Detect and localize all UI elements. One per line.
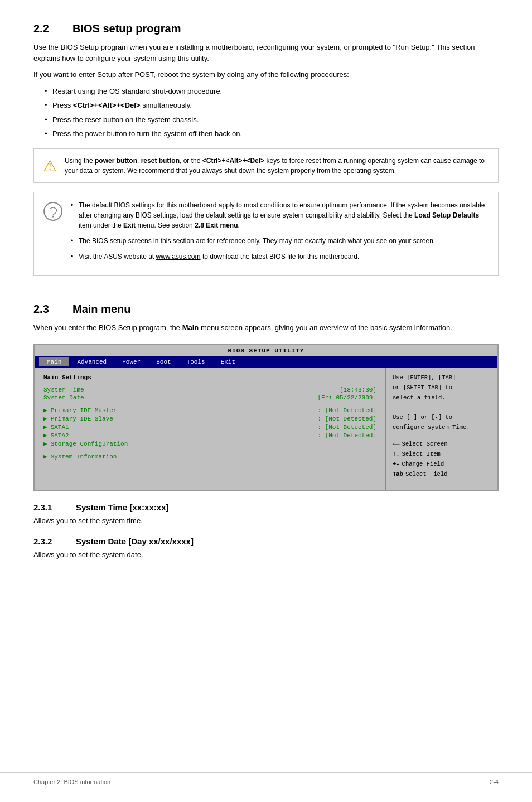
section-22-number: 2.2	[33, 22, 61, 35]
bios-key-screen-label: Select Screen	[402, 439, 448, 450]
bios-left-panel: Main Settings System Time [18:43:30] Sys…	[35, 368, 386, 490]
bullet-4: Press the power button to turn the syste…	[45, 128, 499, 139]
bullet-3: Press the reset button on the system cha…	[45, 114, 499, 125]
svg-point-1	[52, 215, 54, 217]
section-232-number: 2.3.2	[33, 537, 67, 546]
bios-key-field-label: Change Field	[402, 460, 444, 470]
section-23-intro: When you enter the BIOS Setup program, t…	[33, 322, 499, 334]
bios-key-tab-label: Select Field	[405, 470, 448, 480]
footer-left: Chapter 2: BIOS information	[33, 779, 110, 785]
section-231-heading: 2.3.1 System Time [xx:xx:xx]	[33, 503, 499, 512]
bios-menu-boot[interactable]: Boot	[148, 357, 178, 366]
bios-ide-master-value: : [Not Detected]	[317, 407, 376, 414]
warning-box: ⚠ Using the power button, reset button, …	[33, 148, 499, 183]
bios-sata2-value: : [Not Detected]	[317, 432, 376, 439]
section-231-number: 2.3.1	[33, 503, 67, 512]
bios-menu-exit[interactable]: Exit	[213, 357, 243, 366]
bios-system-info-label: System Information	[51, 453, 117, 460]
bios-sata2-row: ▶ SATA2 : [Not Detected]	[43, 432, 376, 439]
bios-menu-power[interactable]: Power	[114, 357, 148, 366]
bios-key-screen: ←→ Select Screen	[393, 439, 491, 450]
bios-key-tab: Tab Select Field	[393, 470, 491, 480]
bios-key-legend: ←→ Select Screen ↑↓ Select Item +- Chang…	[393, 439, 491, 479]
section-232-desc: Allows you to set the system date.	[33, 549, 499, 561]
bios-right-panel: Use [ENTER], [TAB] or [SHIFT-TAB] to sel…	[386, 368, 497, 490]
section-divider	[33, 289, 499, 289]
bios-screenshot: BIOS SETUP UTILITY Main Advanced Power B…	[33, 344, 499, 491]
bios-ide-master-label: Primary IDE Master	[51, 407, 117, 414]
footer-right: 2-4	[490, 779, 499, 785]
bios-system-date-label: System Date	[43, 394, 84, 401]
svg-point-0	[44, 202, 62, 220]
bullet-2: Press <Ctrl>+<Alt>+<Del> simultaneously.	[45, 100, 499, 111]
bios-menu-tools[interactable]: Tools	[179, 357, 213, 366]
note-2: The BIOS setup screens in this section a…	[71, 236, 489, 246]
asus-link[interactable]: www.asus.com	[156, 253, 201, 260]
bios-menu-advanced[interactable]: Advanced	[69, 357, 114, 366]
bios-system-info-row: ▶ System Information	[43, 453, 376, 460]
bios-ide-master-row: ▶ Primary IDE Master : [Not Detected]	[43, 407, 376, 414]
bios-ide-slave-row: ▶ Primary IDE Slave : [Not Detected]	[43, 415, 376, 422]
bios-system-time-row: System Time [18:43:30]	[43, 386, 376, 393]
bios-ide-slave-label: Primary IDE Slave	[51, 416, 113, 422]
section-22-intro1: Use the BIOS Setup program when you are …	[33, 42, 499, 64]
section-231-title: System Time [xx:xx:xx]	[76, 503, 168, 512]
bios-title: BIOS SETUP UTILITY	[35, 345, 497, 356]
section-22-intro2: If you want to enter Setup after POST, r…	[33, 69, 499, 80]
bios-help-text1: Use [ENTER], [TAB] or [SHIFT-TAB] to sel…	[393, 373, 491, 433]
section-232-title: System Date [Day xx/xx/xxxx]	[76, 537, 194, 546]
bullet-1: Restart using the OS standard shut-down …	[45, 86, 499, 97]
bios-storage-config-label: Storage Configuration	[51, 441, 128, 447]
note-3: Visit the ASUS website at www.asus.com t…	[71, 252, 489, 262]
note-1: The default BIOS settings for this mothe…	[71, 200, 489, 230]
bios-key-field: +- Change Field	[393, 460, 491, 470]
bios-sata1-row: ▶ SATA1 : [Not Detected]	[43, 423, 376, 431]
warning-text: Using the power button, reset button, or…	[65, 156, 489, 176]
section-23-title: Main menu	[72, 303, 130, 316]
bios-key-item: ↑↓ Select Item	[393, 450, 491, 460]
section-231-desc: Allows you to set the system time.	[33, 515, 499, 526]
section-232-heading: 2.3.2 System Date [Day xx/xx/xxxx]	[33, 537, 499, 546]
bios-system-time-label: System Time	[43, 386, 84, 393]
bios-menubar: Main Advanced Power Boot Tools Exit	[35, 356, 497, 368]
note-box: The default BIOS settings for this mothe…	[33, 192, 499, 276]
bios-body: Main Settings System Time [18:43:30] Sys…	[35, 368, 497, 490]
section-22-bullets: Restart using the OS standard shut-down …	[45, 86, 499, 139]
bios-key-item-label: Select Item	[402, 450, 441, 460]
page-footer: Chapter 2: BIOS information 2-4	[0, 772, 532, 791]
section-23: 2.3 Main menu When you enter the BIOS Se…	[33, 303, 499, 561]
section-23-number: 2.3	[33, 303, 61, 316]
bios-sata1-label: SATA1	[51, 424, 69, 431]
bios-section-label: Main Settings	[43, 374, 376, 381]
section-22: 2.2 BIOS setup program Use the BIOS Setu…	[33, 22, 499, 276]
bios-system-time-value: [18:43:30]	[340, 386, 376, 393]
bios-storage-config-row: ▶ Storage Configuration	[43, 440, 376, 447]
section-22-title: BIOS setup program	[72, 22, 181, 35]
bios-menu-main[interactable]: Main	[39, 357, 69, 366]
bios-system-date-row: System Date [Fri 05/22/2009]	[43, 394, 376, 401]
note-icon	[43, 201, 63, 225]
bios-system-date-value: [Fri 05/22/2009]	[317, 394, 376, 401]
warning-icon: ⚠	[43, 157, 57, 175]
bios-ide-slave-value: : [Not Detected]	[317, 416, 376, 422]
bios-sata1-value: : [Not Detected]	[317, 424, 376, 431]
note-content: The default BIOS settings for this mothe…	[71, 200, 489, 267]
bios-sata2-label: SATA2	[51, 432, 69, 439]
